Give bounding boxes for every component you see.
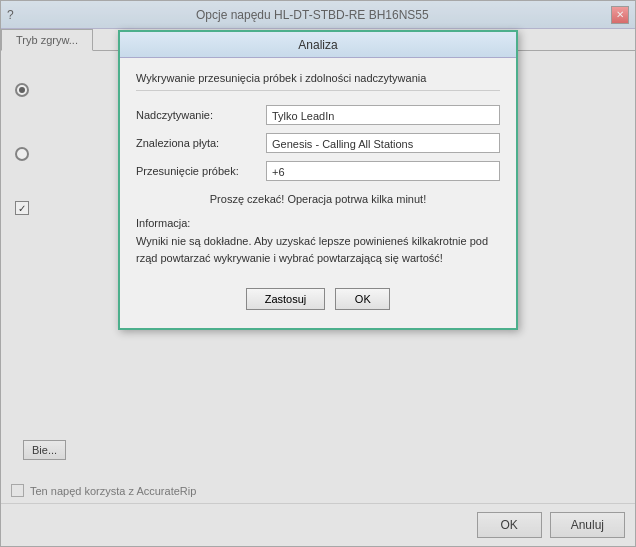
field-row-przesuniecie: Przesunięcie próbek: +6 — [136, 161, 500, 181]
main-window: ? Opcje napędu HL-DT-STBD-RE BH16NS55 ✕ … — [0, 0, 636, 547]
field-value-znaleziona: Genesis - Calling All Stations — [266, 133, 500, 153]
field-label-znaleziona: Znaleziona płyta: — [136, 137, 266, 149]
dialog-title-bar: Analiza — [120, 32, 516, 58]
zastosuj-button[interactable]: Zastosuj — [246, 288, 326, 310]
dialog-buttons: Zastosuj OK — [136, 280, 500, 314]
info-text: Wyniki nie są dokładne. Aby uzyskać leps… — [136, 233, 500, 266]
field-value-nadczytywanie: Tylko LeadIn — [266, 105, 500, 125]
field-label-przesuniecie: Przesunięcie próbek: — [136, 165, 266, 177]
field-label-nadczytywanie: Nadczytywanie: — [136, 109, 266, 121]
dialog-subtitle: Wykrywanie przesunięcia próbek i zdolnoś… — [136, 72, 500, 91]
dialog-ok-button[interactable]: OK — [335, 288, 390, 310]
dialog-analiza: Analiza Wykrywanie przesunięcia próbek i… — [118, 30, 518, 330]
dialog-body: Wykrywanie przesunięcia próbek i zdolnoś… — [120, 58, 516, 328]
field-row-nadczytywanie: Nadczytywanie: Tylko LeadIn — [136, 105, 500, 125]
modal-overlay: Analiza Wykrywanie przesunięcia próbek i… — [0, 0, 636, 547]
field-row-znaleziona: Znaleziona płyta: Genesis - Calling All … — [136, 133, 500, 153]
dialog-title: Analiza — [298, 38, 337, 52]
wait-text: Proszę czekać! Operacja potrwa kilka min… — [136, 193, 500, 205]
info-label: Informacja: — [136, 217, 500, 229]
field-value-przesuniecie: +6 — [266, 161, 500, 181]
